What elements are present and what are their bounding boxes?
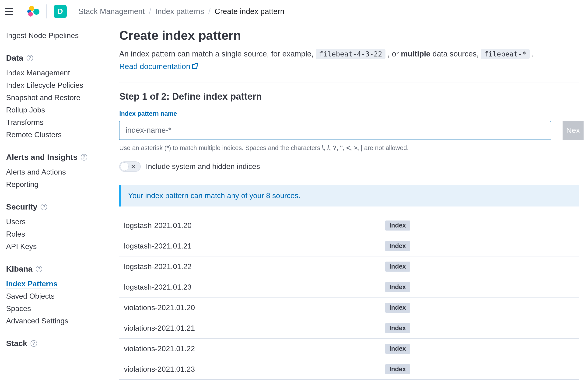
index-row: violations-2021.01.22Index (119, 339, 579, 359)
index-row: violations-2021.01.21Index (119, 318, 579, 339)
doc-link-label: Read documentation (119, 62, 190, 71)
include-system-toggle[interactable]: ✕ (119, 161, 141, 172)
index-name: violations-2021.01.22 (124, 344, 376, 353)
index-row: violations-2021.01.20Index (119, 298, 579, 318)
breadcrumb-separator: / (149, 7, 151, 16)
help-icon[interactable]: ? (36, 266, 42, 272)
sidebar-item-alerts-actions[interactable]: Alerts and Actions (6, 166, 100, 178)
sidebar-item-ingest-pipelines[interactable]: Ingest Node Pipelines (6, 29, 100, 42)
breadcrumb: Stack Management / Index patterns / Crea… (78, 7, 284, 16)
toggle-knob (120, 162, 128, 171)
code-example-wildcard: filebeat-* (481, 49, 530, 59)
index-row: logstash-2021.01.23Index (119, 277, 579, 298)
index-name: logstash-2021.01.21 (124, 242, 376, 250)
index-type-badge: Index (385, 282, 410, 292)
index-row: logstash-2021.01.22Index (119, 257, 579, 277)
breadcrumb-separator: / (208, 7, 210, 16)
index-type-badge: Index (385, 323, 410, 333)
sidebar-section-stack: Stack ? (6, 339, 100, 348)
step-title: Step 1 of 2: Define index pattern (119, 91, 588, 102)
sidebar-item-index-management[interactable]: Index Management (6, 67, 100, 79)
index-name: logstash-2021.01.22 (124, 262, 376, 271)
breadcrumb-current: Create index pattern (215, 7, 284, 16)
breadcrumb-index-patterns[interactable]: Index patterns (155, 7, 204, 16)
sidebar-item-saved-objects[interactable]: Saved Objects (6, 290, 100, 302)
divider (20, 4, 20, 19)
include-system-switch-row: ✕ Include system and hidden indices (119, 161, 588, 172)
breadcrumb-stack-management[interactable]: Stack Management (78, 7, 145, 16)
sidebar-item-advanced-settings[interactable]: Advanced Settings (6, 315, 100, 327)
sidebar-item-roles[interactable]: Roles (6, 228, 100, 240)
desc-text: An index pattern can match a single sour… (119, 49, 316, 58)
hint-bold: * (167, 144, 169, 151)
index-name: violations-2021.01.20 (124, 303, 376, 312)
hint-text: ) to match multiple indices. Spaces and … (169, 144, 322, 151)
sidebar-section-title: Security (6, 202, 37, 211)
index-pattern-input[interactable] (119, 121, 551, 140)
help-icon[interactable]: ? (31, 340, 37, 347)
index-name: violations-2021.01.23 (124, 365, 376, 374)
help-icon[interactable]: ? (27, 55, 33, 61)
index-type-badge: Index (385, 344, 410, 354)
help-icon[interactable]: ? (41, 204, 47, 210)
toggle-off-icon: ✕ (131, 163, 136, 170)
documentation-link[interactable]: Read documentation (119, 62, 197, 71)
source-index-list: logstash-2021.01.20Indexlogstash-2021.01… (119, 215, 579, 380)
sidebar-section-title: Stack (6, 339, 27, 348)
hint-text: are not allowed. (362, 144, 409, 151)
sidebar-section-alerts: Alerts and Insights ? Alerts and Actions… (6, 153, 100, 191)
desc-text: , or (388, 49, 401, 58)
page-description: An index pattern can match a single sour… (119, 48, 577, 60)
external-link-icon (192, 64, 197, 69)
sidebar-item-index-patterns[interactable]: Index Patterns (6, 278, 100, 290)
switch-label: Include system and hidden indices (146, 162, 260, 171)
elastic-logo-icon[interactable] (27, 5, 40, 18)
sidebar-section-title: Data (6, 53, 23, 63)
divider (46, 4, 47, 19)
index-type-badge: Index (385, 303, 410, 313)
sidebar-item-transforms[interactable]: Transforms (6, 116, 100, 128)
desc-text: data sources, (433, 49, 481, 58)
sidebar-item-ilm[interactable]: Index Lifecycle Policies (6, 79, 100, 91)
space-letter: D (57, 7, 63, 16)
sidebar-section-title: Kibana (6, 264, 32, 274)
match-callout: Your index pattern can match any of your… (119, 185, 579, 207)
hint-text: Use an asterisk ( (119, 144, 167, 151)
sidebar: Ingest Node Pipelines Data ? Index Manag… (0, 23, 106, 385)
index-name: violations-2021.01.21 (124, 324, 376, 333)
sidebar-section-security: Security ? Users Roles API Keys (6, 202, 100, 253)
callout-text: Your index pattern can match any of your… (128, 191, 300, 200)
sidebar-item-remote-clusters[interactable]: Remote Clusters (6, 128, 100, 141)
menu-toggle-icon[interactable] (5, 8, 13, 15)
index-row: logstash-2021.01.20Index (119, 215, 579, 236)
top-header: D Stack Management / Index patterns / Cr… (0, 0, 588, 23)
desc-text: . (532, 49, 534, 58)
page-title: Create index pattern (119, 28, 588, 43)
code-example-single: filebeat-4-3-22 (316, 49, 385, 59)
desc-bold: multiple (401, 49, 430, 58)
index-type-badge: Index (385, 364, 410, 374)
field-label-index-pattern: Index pattern name (119, 110, 588, 117)
sidebar-item-snapshot-restore[interactable]: Snapshot and Restore (6, 91, 100, 104)
sidebar-section-title: Alerts and Insights (6, 153, 78, 162)
sidebar-section-data: Data ? Index Management Index Lifecycle … (6, 53, 100, 141)
divider (119, 83, 579, 83)
input-hint: Use an asterisk (*) to match multiple in… (119, 144, 588, 152)
space-selector[interactable]: D (54, 5, 67, 18)
sidebar-item-api-keys[interactable]: API Keys (6, 240, 100, 253)
index-type-badge: Index (385, 261, 410, 272)
next-step-button[interactable]: Nex (563, 121, 584, 140)
index-type-badge: Index (385, 241, 410, 251)
sidebar-item-reporting[interactable]: Reporting (6, 178, 100, 191)
index-name: logstash-2021.01.20 (124, 221, 376, 230)
hint-bold: \, /, ?, ", <, >, | (322, 144, 362, 151)
sidebar-section-kibana: Kibana ? Index Patterns Saved Objects Sp… (6, 264, 100, 327)
help-icon[interactable]: ? (81, 154, 87, 161)
index-type-badge: Index (385, 220, 410, 231)
index-name: logstash-2021.01.23 (124, 283, 376, 291)
index-row: violations-2021.01.23Index (119, 359, 579, 380)
sidebar-item-rollup-jobs[interactable]: Rollup Jobs (6, 104, 100, 116)
index-row: logstash-2021.01.21Index (119, 236, 579, 257)
sidebar-item-users[interactable]: Users (6, 215, 100, 228)
sidebar-item-spaces[interactable]: Spaces (6, 302, 100, 315)
